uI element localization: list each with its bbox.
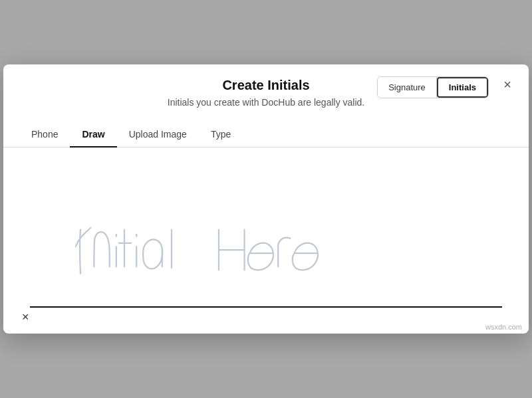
modal: Create Initials Initials you create with…	[3, 64, 529, 334]
toggle-group: Signature Initials	[377, 76, 489, 98]
clear-button[interactable]: ×	[17, 308, 35, 327]
toggle-signature-button[interactable]: Signature	[378, 77, 437, 98]
modal-overlay: Create Initials Initials you create with…	[0, 0, 532, 398]
modal-subtitle: Initials you create with DocHub are lega…	[19, 97, 513, 108]
signature-placeholder-svg	[30, 187, 502, 306]
modal-header: Create Initials Initials you create with…	[3, 64, 529, 122]
close-button[interactable]: ×	[499, 76, 515, 92]
tab-phone[interactable]: Phone	[19, 122, 70, 148]
toggle-initials-button[interactable]: Initials	[437, 77, 488, 98]
draw-canvas-area[interactable]: ×	[3, 148, 529, 334]
watermark: wsxdn.com	[485, 323, 522, 331]
tab-upload-image[interactable]: Upload Image	[117, 122, 199, 148]
signature-line-container	[30, 187, 502, 308]
tab-type[interactable]: Type	[199, 122, 243, 148]
tab-draw[interactable]: Draw	[70, 122, 116, 148]
signature-baseline	[30, 306, 502, 308]
tabs-bar: Phone Draw Upload Image Type	[3, 122, 529, 148]
